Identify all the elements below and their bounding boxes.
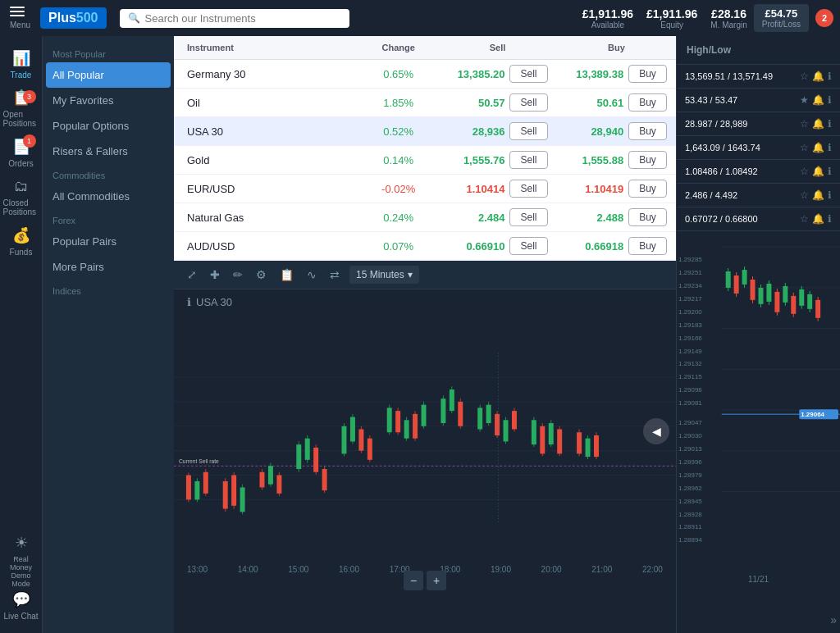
zoom-in-button[interactable]: + bbox=[427, 571, 446, 590]
sidebar-item-orders[interactable]: 📄 Orders 1 bbox=[3, 131, 39, 174]
high-low-value: 13,569.51 / 13,571.49 bbox=[685, 71, 773, 81]
star-icon[interactable]: ★ bbox=[800, 94, 809, 106]
chart-settings-btn[interactable]: ⚙ bbox=[253, 266, 270, 283]
sell-button[interactable]: Sell bbox=[509, 65, 547, 83]
sell-button[interactable]: Sell bbox=[509, 208, 547, 226]
search-input[interactable] bbox=[145, 12, 341, 25]
star-icon[interactable]: ☆ bbox=[800, 189, 809, 201]
sell-button[interactable]: Sell bbox=[509, 151, 547, 169]
table-rows: Germany 30 0.65% 13,385.20 Sell 13,389.3… bbox=[174, 60, 676, 261]
right-row-icons: ☆ 🔔 ℹ bbox=[800, 71, 832, 82]
sidebar-item-closed-positions[interactable]: 🗂 Closed Positions bbox=[3, 175, 39, 218]
nav-item-popular-options[interactable]: Popular Options bbox=[43, 113, 174, 139]
table-row[interactable]: Natural Gas 0.24% 2.484 Sell 2.488 Buy bbox=[174, 203, 676, 232]
svg-text:1.29098: 1.29098 bbox=[678, 386, 702, 394]
sell-button[interactable]: Sell bbox=[509, 180, 547, 198]
table-row[interactable]: AUD/USD 0.07% 0.66910 Sell 0.66918 Buy bbox=[174, 232, 676, 261]
svg-text:1.29234: 1.29234 bbox=[678, 282, 702, 289]
nav-item-more-pairs[interactable]: More Pairs bbox=[43, 254, 174, 280]
svg-text:1.28962: 1.28962 bbox=[678, 485, 702, 492]
timeframe-value: 15 Minutes bbox=[356, 269, 404, 280]
instrument-name: USA 30 bbox=[174, 125, 358, 138]
nav-item-popular-pairs[interactable]: Popular Pairs bbox=[43, 229, 174, 254]
bell-icon[interactable]: 🔔 bbox=[812, 94, 824, 106]
right-panel-row: 28.987 / 28,989 ☆ 🔔 ℹ bbox=[677, 112, 840, 136]
x-label-1400: 14:00 bbox=[238, 565, 258, 574]
info-icon[interactable]: ℹ bbox=[828, 213, 832, 225]
timeframe-selector[interactable]: 15 Minutes ▾ bbox=[349, 266, 419, 284]
star-icon[interactable]: ☆ bbox=[800, 213, 809, 225]
sidebar-item-funds[interactable]: 💰 Funds bbox=[3, 220, 39, 262]
right-row-icons: ☆ 🔔 ℹ bbox=[800, 189, 832, 201]
instrument-change: -0.02% bbox=[358, 183, 438, 195]
sell-button[interactable]: Sell bbox=[509, 93, 547, 112]
right-panel-rows: 13,569.51 / 13,571.49 ☆ 🔔 ℹ 53.43 / 53.4… bbox=[677, 65, 840, 231]
sell-price: 0.66910 bbox=[447, 240, 504, 253]
collapse-chart-button[interactable]: ◀ bbox=[643, 418, 669, 444]
chart-date-label: 11/21 bbox=[677, 573, 840, 585]
star-icon[interactable]: ☆ bbox=[800, 71, 809, 82]
sidebar-item-demo-mode[interactable]: ☀ Real Money Demo Mode bbox=[3, 540, 39, 582]
table-row[interactable]: Oil 1.85% 50.57 Sell 50.61 Buy bbox=[174, 89, 676, 117]
info-icon[interactable]: ℹ bbox=[828, 94, 832, 106]
buy-button[interactable]: Buy bbox=[628, 122, 667, 140]
menu-button[interactable]: Menu bbox=[7, 3, 34, 33]
star-icon[interactable]: ☆ bbox=[800, 142, 809, 153]
bell-icon[interactable]: 🔔 bbox=[812, 71, 824, 82]
balance-margin-label: M. Margin bbox=[710, 20, 746, 30]
buy-button[interactable]: Buy bbox=[628, 151, 667, 169]
sell-button[interactable]: Sell bbox=[509, 122, 547, 140]
buy-button[interactable]: Buy bbox=[628, 65, 667, 83]
zoom-out-button[interactable]: − bbox=[404, 571, 423, 590]
svg-text:Current Sell rate: Current Sell rate bbox=[179, 458, 219, 464]
buy-price: 50.61 bbox=[566, 97, 623, 109]
chart-indicator-btn[interactable]: ∿ bbox=[304, 266, 320, 283]
bell-icon[interactable]: 🔔 bbox=[812, 118, 824, 130]
bell-icon[interactable]: 🔔 bbox=[812, 166, 824, 177]
right-chart-expand-btn[interactable]: » bbox=[830, 613, 837, 626]
chart-crosshair-btn[interactable]: ✚ bbox=[207, 266, 223, 283]
buy-button[interactable]: Buy bbox=[628, 180, 667, 198]
nav-item-all-popular[interactable]: All Popular bbox=[46, 62, 171, 88]
info-icon[interactable]: ℹ bbox=[828, 118, 832, 130]
th-sell: Sell bbox=[438, 43, 557, 52]
instrument-change: 0.24% bbox=[358, 212, 438, 224]
instrument-sell: 28,936 Sell bbox=[438, 122, 557, 140]
bell-icon[interactable]: 🔔 bbox=[812, 213, 824, 225]
table-row[interactable]: Gold 0.14% 1,555.76 Sell 1,555.88 Buy bbox=[174, 146, 676, 175]
balance-equity: £1,911.96 Equity bbox=[646, 7, 697, 30]
bell-icon[interactable]: 🔔 bbox=[812, 142, 824, 153]
info-icon[interactable]: ℹ bbox=[828, 189, 832, 201]
star-icon[interactable]: ☆ bbox=[800, 166, 809, 177]
info-icon[interactable]: ℹ bbox=[828, 71, 832, 82]
nav-item-risers-fallers[interactable]: Risers & Fallers bbox=[43, 139, 174, 164]
sidebar-demo-label: Real Money Demo Mode bbox=[3, 555, 39, 588]
info-icon[interactable]: ℹ bbox=[828, 166, 832, 177]
buy-button[interactable]: Buy bbox=[628, 237, 667, 255]
app-container: Menu Plus500 🔍 £1,911.96 Available £1,91… bbox=[0, 0, 840, 633]
right-row-icons: ★ 🔔 ℹ bbox=[800, 94, 832, 106]
sidebar-item-trade[interactable]: 📊 Trade bbox=[3, 43, 39, 85]
chart-draw-btn[interactable]: ✏ bbox=[230, 266, 246, 283]
high-low-value: 0.67072 / 0.66800 bbox=[685, 214, 758, 224]
nav-item-my-favorites[interactable]: My Favorites bbox=[43, 88, 174, 113]
info-icon[interactable]: ℹ bbox=[828, 142, 832, 153]
bell-icon[interactable]: 🔔 bbox=[812, 189, 824, 201]
table-row[interactable]: EUR/USD -0.02% 1.10414 Sell 1.10419 Buy bbox=[174, 175, 676, 203]
table-row[interactable]: Germany 30 0.65% 13,385.20 Sell 13,389.3… bbox=[174, 60, 676, 89]
table-row[interactable]: USA 30 0.52% 28,936 Sell 28,940 Buy bbox=[174, 117, 676, 146]
sidebar-item-open-positions[interactable]: 📋 Open Positions 3 bbox=[3, 87, 39, 130]
sell-price: 1.10414 bbox=[447, 183, 504, 195]
search-box[interactable]: 🔍 bbox=[120, 9, 349, 28]
buy-button[interactable]: Buy bbox=[628, 93, 667, 112]
chart-expand-btn[interactable]: ⤢ bbox=[184, 266, 200, 283]
nav-item-all-commodities[interactable]: All Commodities bbox=[43, 184, 174, 209]
buy-button[interactable]: Buy bbox=[628, 208, 667, 226]
sell-button[interactable]: Sell bbox=[509, 237, 547, 255]
chart-save-btn[interactable]: 📋 bbox=[276, 266, 297, 283]
star-icon[interactable]: ☆ bbox=[800, 118, 809, 130]
sidebar-item-live-chat[interactable]: 💬 Live Chat bbox=[3, 584, 39, 626]
notification-badge[interactable]: 2 bbox=[815, 9, 833, 27]
chart-compare-btn[interactable]: ⇄ bbox=[326, 266, 343, 283]
main-area: 📊 Trade 📋 Open Positions 3 📄 Orders 1 🗂 … bbox=[0, 36, 840, 633]
